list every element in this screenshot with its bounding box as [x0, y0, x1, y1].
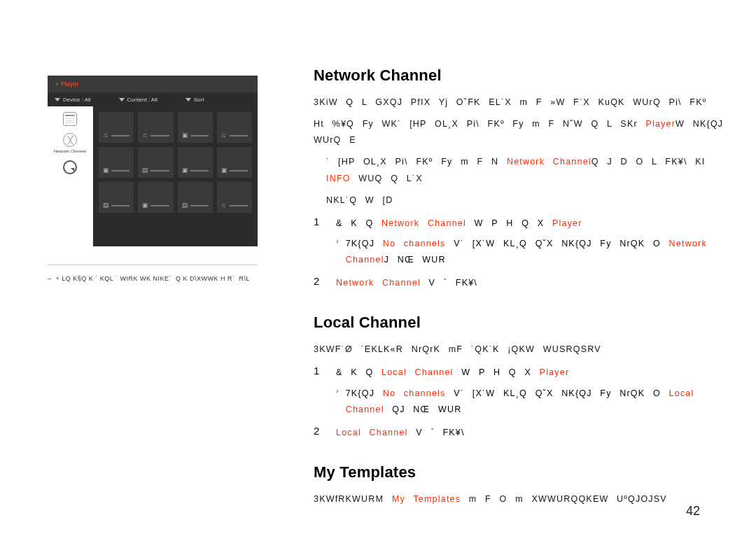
body-text: Network Channel 3KiW Q L GXQJ PfIX Yj O˘…: [314, 66, 734, 513]
music-icon: ♫: [221, 132, 226, 139]
chevron-down-icon: [55, 98, 60, 101]
kw-player: Player: [645, 119, 676, 129]
globe-icon: [63, 133, 77, 147]
screenshot-footnote: –+ LQ K§Q K ˙ KQL ˙ WIRK WK NIKE˙ Q K D\…: [48, 274, 258, 283]
kw-info: INFO: [326, 174, 351, 183]
music-icon: ♫: [221, 202, 226, 209]
step-1-sub: › 7K{QJ No channels V˙ [X˙W KL¸Q Q˘X NK{…: [314, 386, 734, 418]
music-icon: ♫: [103, 132, 108, 139]
breadcrumb-current: Player: [61, 80, 79, 87]
kw-network-channel: Network Channel: [507, 157, 592, 167]
image-icon: ▤: [142, 167, 148, 174]
app-screenshot: › Player Device : All Content : All Sort…: [48, 76, 258, 246]
image-icon: ▤: [182, 202, 188, 209]
content-tile[interactable]: ▤: [138, 147, 173, 178]
video-icon: ▣: [142, 202, 148, 209]
para: NKL˙Q W [D: [314, 192, 734, 209]
kw-no-channels: No channels: [383, 239, 446, 248]
content-filter[interactable]: Content : All: [119, 97, 158, 103]
screenshot-content-grid: ♫ ♫ ▣ ♫ ▣ ▤ ▣ ▣ ▤ ▣ ▤ ♫: [93, 106, 258, 246]
heading-network-channel: Network Channel: [314, 66, 734, 85]
para: Ht %¥Q Fy WK˙ [HP OL¸X Pi\ FKº Fy m F N˘…: [314, 116, 734, 148]
nav-item-schedule[interactable]: [63, 112, 77, 126]
kw-player: Player: [540, 367, 570, 377]
step-number: 2: [314, 275, 323, 291]
screenshot-side-nav: Network Channel: [48, 106, 93, 246]
calendar-icon: [63, 112, 77, 126]
content-tile[interactable]: ▣: [99, 147, 134, 178]
content-tile[interactable]: ▣: [178, 112, 213, 143]
screenshot-filter-bar: Device : All Content : All Sort: [48, 92, 258, 106]
step-1: 1 & K Q Network Channel W P H Q X Player: [314, 216, 734, 232]
step-2: 2 Local Channel V ` FK¥\: [314, 425, 734, 441]
step-1-sub: › 7K{QJ No channels V˙ [X˙W KL¸Q Q˘X NK{…: [314, 236, 734, 268]
kw-network-channel: Network Channel: [382, 218, 466, 228]
heading-local-channel: Local Channel: [314, 314, 734, 332]
arrow-icon: ›: [336, 237, 339, 268]
para: 3KiW Q L GXQJ PfIX Yj O˘FK EL˙X m F »W F…: [314, 94, 734, 111]
content-tile[interactable]: ▣: [138, 182, 173, 213]
video-icon: ▣: [182, 167, 188, 174]
refresh-icon: [63, 160, 77, 174]
content-tile[interactable]: ♫: [138, 112, 173, 143]
content-tile[interactable]: ♫: [99, 112, 134, 143]
para: ˙ [HP OL¸X Pi\ FKº Fy m F N Network Chan…: [314, 154, 734, 186]
content-tile[interactable]: ▤: [99, 182, 134, 213]
video-icon: ▣: [221, 167, 227, 174]
para: 3KWfRKWURM My Templates m F O m XWWURQQK…: [314, 491, 734, 507]
screenshot-breadcrumb-bar: › Player: [48, 76, 258, 92]
chevron-down-icon: [119, 98, 125, 101]
chevron-down-icon: [186, 98, 191, 101]
step-1: 1 & K Q Local Channel W P H Q X Player: [314, 365, 734, 381]
music-icon: ♫: [142, 132, 147, 139]
step-number: 1: [314, 216, 323, 232]
arrow-icon: ›: [336, 386, 339, 418]
step-number: 2: [314, 425, 323, 441]
device-filter[interactable]: Device : All: [55, 97, 91, 103]
screenshot-panel: › Player Device : All Content : All Sort…: [48, 76, 258, 283]
content-tile[interactable]: ▣: [178, 147, 213, 178]
nav-item-local[interactable]: [63, 160, 77, 174]
content-tile[interactable]: ♫: [217, 182, 252, 213]
content-tile[interactable]: ▤: [178, 182, 213, 213]
content-tile[interactable]: ▣: [217, 147, 252, 178]
para: 3KWF˙Ø ˙EKLK«R NrQrK mF ˙QK˙K ¡QKW WUSRQ…: [314, 342, 734, 358]
kw-player: Player: [552, 218, 582, 228]
kw-network-channel: Network Channel: [336, 278, 421, 288]
video-icon: ▣: [182, 132, 188, 139]
kw-no-channels: No channels: [383, 388, 446, 398]
sort-filter[interactable]: Sort: [186, 97, 204, 103]
step-number: 1: [314, 365, 323, 381]
page-number: 42: [686, 504, 700, 519]
heading-my-templates: My Templates: [314, 463, 734, 482]
content-tile[interactable]: ♫: [217, 112, 252, 143]
video-icon: ▣: [103, 167, 109, 174]
chevron-right-icon: ›: [56, 80, 58, 87]
divider: [48, 265, 258, 265]
kw-local-channel: Local Channel: [336, 428, 408, 437]
step-2: 2 Network Channel V ` FK¥\: [314, 275, 734, 291]
nav-item-network-channel[interactable]: Network Channel: [54, 133, 86, 153]
kw-local-channel: Local Channel: [382, 367, 454, 377]
image-icon: ▤: [103, 202, 109, 209]
kw-my-templates: My Templates: [392, 494, 461, 504]
